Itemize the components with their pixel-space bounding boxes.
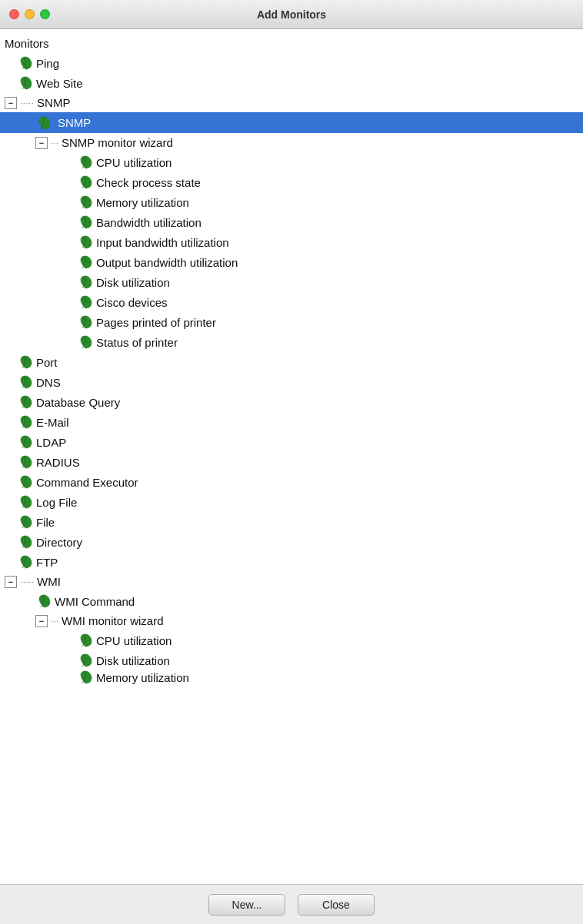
list-item[interactable]: CPU utilization	[0, 152, 583, 172]
leaf-icon	[77, 174, 94, 191]
item-label: Port	[36, 354, 58, 371]
item-label: Memory utilization	[96, 194, 189, 211]
item-label: SNMP	[55, 114, 94, 131]
close-dialog-button[interactable]: Close	[298, 894, 375, 916]
leaf-icon	[17, 434, 34, 450]
leaf-icon	[77, 194, 94, 211]
tree-root: Monitors	[0, 34, 583, 53]
list-item[interactable]: WMI Command	[0, 591, 583, 611]
leaf-icon	[77, 314, 94, 331]
new-button[interactable]: New...	[208, 894, 285, 916]
collapse-button[interactable]: −	[5, 576, 17, 588]
list-item[interactable]: Cisco devices	[0, 292, 583, 312]
list-item[interactable]: Directory	[0, 532, 583, 552]
item-label: Disk utilization	[96, 274, 170, 291]
leaf-icon	[77, 254, 94, 271]
list-item[interactable]: Pages printed of printer	[0, 312, 583, 332]
leaf-icon	[17, 514, 34, 530]
item-label: WMI monitor wizard	[62, 613, 164, 629]
leaf-icon	[77, 274, 94, 291]
list-item[interactable]: Database Query	[0, 392, 583, 412]
titlebar: Add Monitors	[0, 0, 583, 29]
leaf-icon	[17, 533, 34, 550]
item-label: Status of printer	[96, 334, 178, 351]
item-label: Ping	[36, 55, 59, 71]
list-item[interactable]: File	[0, 512, 583, 532]
leaf-icon	[77, 652, 94, 669]
collapse-button[interactable]: −	[35, 615, 48, 627]
list-item[interactable]: Memory utilization	[0, 670, 583, 684]
snmp-group[interactable]: − ····· SNMP	[0, 93, 583, 112]
leaf-icon	[17, 474, 34, 490]
item-label: LDAP	[36, 434, 66, 450]
item-label: Cisco devices	[96, 294, 168, 311]
list-item[interactable]: DNS	[0, 372, 583, 392]
list-item[interactable]: Memory utilization	[0, 192, 583, 212]
list-item[interactable]: Input bandwidth utilization	[0, 232, 583, 252]
minimize-button[interactable]	[25, 9, 35, 19]
item-label: Input bandwidth utilization	[96, 234, 229, 251]
leaf-icon	[17, 454, 34, 470]
list-item[interactable]: Port	[0, 352, 583, 372]
item-label: CPU utilization	[96, 633, 172, 649]
list-item[interactable]: LDAP	[0, 432, 583, 452]
leaf-icon	[17, 494, 34, 510]
leaf-icon	[35, 115, 52, 131]
item-label: SNMP monitor wizard	[62, 135, 173, 151]
item-label: Check process state	[96, 174, 201, 191]
item-label: DNS	[36, 374, 61, 391]
list-item[interactable]: Disk utilization	[0, 650, 583, 670]
list-item[interactable]: Bandwidth utilization	[0, 212, 583, 232]
list-item[interactable]: Ping	[0, 53, 583, 73]
list-item[interactable]: CPU utilization	[0, 630, 583, 650]
snmp-item[interactable]: SNMP	[0, 112, 583, 133]
close-button[interactable]	[9, 9, 19, 19]
maximize-button[interactable]	[40, 9, 50, 19]
leaf-icon	[77, 154, 94, 171]
list-item[interactable]: Output bandwidth utilization	[0, 252, 583, 272]
item-label: Directory	[36, 534, 82, 550]
item-label: File	[36, 514, 55, 530]
leaf-icon	[77, 334, 94, 351]
wmi-group[interactable]: − ····· WMI	[0, 572, 583, 591]
monitor-tree[interactable]: Monitors Ping Web Site − ····· SNMP	[0, 29, 583, 884]
leaf-icon	[17, 414, 34, 430]
wmi-wizard-group[interactable]: − ··· WMI monitor wizard	[0, 611, 583, 630]
leaf-icon	[17, 55, 34, 71]
leaf-icon	[77, 670, 94, 684]
item-label: E-Mail	[36, 414, 69, 430]
list-item[interactable]: E-Mail	[0, 412, 583, 432]
window-controls	[9, 9, 50, 19]
item-label: Memory utilization	[96, 670, 189, 684]
leaf-icon	[17, 75, 34, 91]
item-label: CPU utilization	[96, 155, 172, 171]
leaf-icon	[35, 593, 52, 610]
list-item[interactable]: RADIUS	[0, 452, 583, 472]
window-title: Add Monitors	[257, 8, 326, 21]
list-item[interactable]: Disk utilization	[0, 272, 583, 292]
item-label: Bandwidth utilization	[96, 214, 202, 231]
leaf-icon	[77, 294, 94, 311]
leaf-icon	[77, 214, 94, 231]
snmp-wizard-group[interactable]: − ··· SNMP monitor wizard	[0, 133, 583, 152]
item-label: Database Query	[36, 394, 120, 410]
list-item[interactable]: Check process state	[0, 172, 583, 192]
list-item[interactable]: FTP	[0, 552, 583, 572]
list-item[interactable]: Status of printer	[0, 332, 583, 352]
root-label: Monitors	[5, 35, 49, 52]
item-label: RADIUS	[36, 454, 80, 470]
collapse-button[interactable]: −	[35, 137, 48, 149]
bottom-bar: New... Close	[0, 884, 583, 924]
list-item[interactable]: Log File	[0, 492, 583, 512]
leaf-icon	[17, 394, 34, 410]
leaf-icon	[17, 553, 34, 570]
leaf-icon	[17, 374, 34, 391]
item-label: Web Site	[36, 75, 83, 91]
collapse-button[interactable]: −	[5, 97, 17, 109]
leaf-icon	[77, 632, 94, 649]
list-item[interactable]: Web Site	[0, 73, 583, 93]
list-item[interactable]: Command Executor	[0, 472, 583, 492]
item-label: Log File	[36, 494, 77, 510]
item-label: WMI Command	[55, 593, 135, 610]
item-label: Output bandwidth utilization	[96, 254, 238, 271]
